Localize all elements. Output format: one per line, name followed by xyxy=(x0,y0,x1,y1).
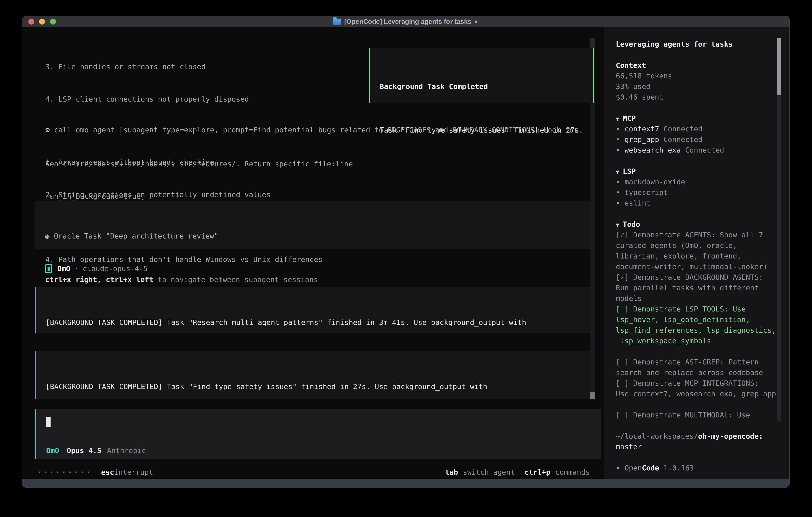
status-dot-icon: • xyxy=(616,146,620,154)
esc-key-hint: esc xyxy=(101,467,114,478)
background-task-message: [BACKGROUND TASK COMPLETED] Task "Resear… xyxy=(35,287,590,333)
background-task-notification: Background Task Completed Task "Find typ… xyxy=(369,48,594,103)
lsp-item: •typescript xyxy=(616,187,790,198)
todo-line: [ ] Demonstrate MCP INTEGRATIONS: xyxy=(616,378,790,388)
todo-line: Run parallel tasks with different xyxy=(616,282,790,293)
oracle-task-hint: ctrl+x right, ctrl+x left to navigate be… xyxy=(45,274,590,285)
session-sidebar: Leveraging agents for tasks Context 66,5… xyxy=(604,27,790,479)
window-bottom-strip xyxy=(22,479,789,488)
mcp-section-header[interactable]: ▼MCP xyxy=(616,113,790,124)
hint-text: to navigate between subagent sessions xyxy=(153,275,318,284)
status-left-group: ········· esc interrupt xyxy=(37,467,153,478)
message-line: [BACKGROUND TASK COMPLETED] Task "Resear… xyxy=(46,317,590,328)
input-meta-row: OmO Opus 4.5 Anthropic xyxy=(46,445,146,456)
todo-line: document-writer, multimodal-looker) xyxy=(616,261,790,272)
window-titlebar: [OpenCode] Leveraging agents for tasks ◐ xyxy=(22,16,789,27)
chevron-down-icon: ▼ xyxy=(616,221,619,228)
oracle-task-label: ◉ Oracle Task "Deep architecture review" xyxy=(45,231,590,242)
hint-keys: ctrl+x right, ctrl+x left xyxy=(45,275,153,284)
notification-title: Background Task Completed xyxy=(380,81,593,92)
oracle-task-card[interactable]: ◉ Oracle Task "Deep architecture review"… xyxy=(35,201,590,249)
todo-line-active: lsp_workspace_symbols xyxy=(616,335,790,346)
todo-line: [✓] Demonstrate AGENTS: Show all 7 xyxy=(616,229,790,240)
active-model-label[interactable]: Opus 4.5 xyxy=(67,445,101,456)
todo-line: curated agents (OmO, oracle, xyxy=(616,240,790,251)
window-title-group: [OpenCode] Leveraging agents for tasks ◐ xyxy=(22,18,789,25)
notification-body: Task "Find type safety issues" finished … xyxy=(380,125,593,136)
prompt-input[interactable]: OmO Opus 4.5 Anthropic xyxy=(35,409,601,459)
lsp-item: •eslint xyxy=(616,198,790,208)
context-tokens: 66,518 tokens xyxy=(616,71,790,81)
fisheye-icon: ◉ xyxy=(45,232,50,240)
main-scrollbar-top-segment[interactable] xyxy=(590,38,595,48)
todo-line: search and replace across codebase xyxy=(616,367,790,378)
context-spent: $0.46 spent xyxy=(616,92,790,102)
gear-icon: ⚙ xyxy=(46,126,50,134)
todo-line: [ ] Demonstrate AST-GREP: Pattern xyxy=(616,357,790,367)
agent-model: claude-opus-4-5 xyxy=(83,263,148,274)
tool-call-line: 1. Array access without bounds checking xyxy=(46,157,578,168)
sidebar-scrollbar-track[interactable] xyxy=(777,38,781,421)
active-agent-label[interactable]: OmO xyxy=(46,445,59,456)
status-dot-icon: • xyxy=(616,125,620,133)
todo-section-header[interactable]: ▼Todo xyxy=(616,219,790,229)
status-dot-icon: • xyxy=(616,464,620,472)
status-dot-icon: • xyxy=(616,135,620,143)
esc-key-label: interrupt xyxy=(114,467,153,478)
status-dot-icon: • xyxy=(616,188,620,196)
sidebar-scrollbar-thumb[interactable] xyxy=(777,38,781,96)
background-task-message: [BACKGROUND TASK COMPLETED] Task "Find t… xyxy=(35,351,590,399)
traffic-lights xyxy=(25,16,56,27)
todo-line: [ ] Demonstrate MULTIMODAL: Use xyxy=(616,410,790,420)
opencode-terminal-window: [OpenCode] Leveraging agents for tasks ◐… xyxy=(22,16,790,488)
ctrlp-key-label: commands xyxy=(555,467,590,478)
working-spinner-dots: ········· xyxy=(37,467,92,478)
session-title: Leveraging agents for tasks xyxy=(616,39,790,49)
scrollback-line: 3. File handles or streams not closed xyxy=(46,61,353,72)
todo-line: Use context7, websearch_exa, grep_app xyxy=(616,388,790,399)
minimize-button[interactable] xyxy=(39,19,45,25)
workspace-branch: master xyxy=(616,441,790,452)
todo-line: [✓] Demonstrate BACKGROUND AGENTS: xyxy=(616,272,790,282)
status-dot-icon: • xyxy=(616,178,620,186)
ctrlp-key-hint: ctrl+p xyxy=(524,467,550,478)
text-cursor xyxy=(46,417,51,427)
message-line: [BACKGROUND TASK COMPLETED] Task "Find t… xyxy=(46,381,590,392)
todo-line-active: [ ] Demonstrate LSP TOOLS: Use xyxy=(616,304,790,314)
todo-line: librarian, explore, frontend, xyxy=(616,251,790,261)
screen: [OpenCode] Leveraging agents for tasks ◐… xyxy=(0,0,812,517)
tab-key-label: switch agent xyxy=(463,467,515,478)
chevron-down-icon: ▼ xyxy=(616,168,619,175)
close-button[interactable] xyxy=(28,19,34,25)
main-scrollbar-thumb[interactable] xyxy=(590,392,595,399)
agent-header: OmO · claude-opus-4-5 xyxy=(46,263,148,274)
todo-line-active: lsp_hover, lsp_goto_definition, xyxy=(616,314,790,325)
mcp-item: •context7 Connected xyxy=(616,124,790,134)
context-used: 33% used xyxy=(616,81,790,92)
lsp-section-header[interactable]: ▼LSP xyxy=(616,166,790,176)
folder-icon xyxy=(333,19,341,25)
status-dot-icon: • xyxy=(616,199,620,207)
agent-name: OmO xyxy=(57,263,70,274)
provider-label: Anthropic xyxy=(107,445,146,456)
window-title: [OpenCode] Leveraging agents for tasks xyxy=(344,18,471,25)
tab-key-hint: tab xyxy=(445,467,458,478)
todo-line-active: lsp_find_references, lsp_diagnostics, xyxy=(616,325,790,335)
half-circle-status-icon: ◐ xyxy=(474,18,478,25)
status-right-group: tab switch agent ctrl+p commands xyxy=(445,467,590,478)
context-heading: Context xyxy=(616,60,790,71)
omo-agent-icon xyxy=(46,264,52,273)
chevron-down-icon: ▼ xyxy=(616,115,619,122)
workspace-path: ~/local-workspaces/oh-my-opencode: xyxy=(616,431,790,441)
separator-dot: · xyxy=(74,263,79,274)
mcp-item: •grep_app Connected xyxy=(616,134,790,145)
opencode-version: •OpenCode 1.0.163 xyxy=(616,463,790,473)
zoom-button[interactable] xyxy=(50,19,56,25)
lsp-item: •markdown-oxide xyxy=(616,176,790,187)
status-bar: ········· esc interrupt tab switch agent… xyxy=(22,467,604,478)
tool-call-line: 2. String operations on potentially unde… xyxy=(46,189,578,200)
todo-line: models xyxy=(616,293,790,304)
mcp-item: •websearch_exa Connected xyxy=(616,145,790,155)
